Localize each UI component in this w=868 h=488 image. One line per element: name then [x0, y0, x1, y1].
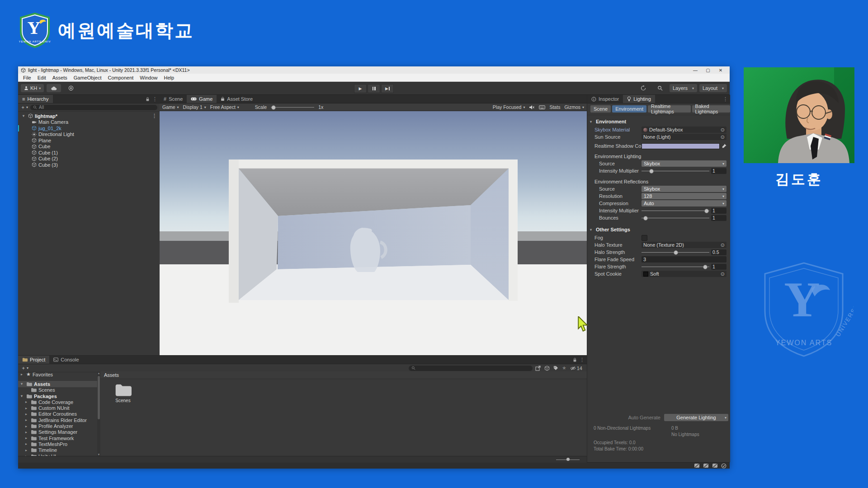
lighting-subtab[interactable]: Realtime Lightmaps	[648, 105, 691, 113]
menu-item[interactable]: File	[20, 75, 34, 80]
kebab-menu-icon[interactable]: ⋮	[723, 96, 728, 102]
no-lightmap-icon[interactable]	[703, 463, 709, 468]
layers-dropdown[interactable]: Layers▾	[670, 84, 697, 92]
scale-slider[interactable]	[271, 105, 314, 109]
slider-knob[interactable]	[271, 105, 276, 110]
account-button[interactable]: KH ▾	[21, 84, 44, 92]
eyedropper-icon[interactable]	[722, 144, 726, 149]
scene-row[interactable]: ▾ lightmap* ⋮	[18, 113, 160, 119]
flare-fade-speed-field[interactable]: 3	[642, 256, 726, 263]
kebab-menu-icon[interactable]: ⋮	[580, 357, 585, 363]
project-tree-scrollbar[interactable]: ▲▼	[97, 371, 100, 456]
tree-item-package[interactable]: ▸ Settings Manager	[18, 429, 97, 435]
kebab-menu-icon[interactable]: ⋮	[152, 113, 160, 119]
tree-item-package[interactable]: ▸ Timeline	[18, 447, 97, 453]
object-picker-icon[interactable]: ⊙	[721, 134, 725, 140]
maximize-button[interactable]: ▢	[702, 68, 714, 73]
kebab-menu-icon[interactable]: ⋮	[152, 96, 157, 102]
tree-item-package[interactable]: ▸ Editor Coroutines	[18, 411, 97, 417]
keyboard-icon[interactable]	[539, 105, 545, 109]
skybox-material-field[interactable]: Default-Skybox⊙	[642, 127, 726, 133]
sun-source-field[interactable]: None (Light)⊙	[642, 134, 726, 140]
tree-item-packages[interactable]: ▾ Packages	[18, 393, 97, 399]
flare-strength-value-field[interactable]: 1	[711, 264, 726, 270]
favorite-star-icon[interactable]: ★	[562, 365, 566, 371]
bounces-slider[interactable]	[642, 215, 709, 221]
intensity-value-field[interactable]: 1	[711, 168, 726, 174]
lighting-subtab[interactable]: Baked Lightmaps	[692, 105, 730, 113]
slider-knob[interactable]	[566, 458, 570, 461]
environment-section-header[interactable]: ▾Environment	[587, 117, 730, 126]
hidden-items-toggle[interactable]: 14	[570, 366, 582, 371]
slider-knob[interactable]	[704, 209, 709, 213]
tab-scene[interactable]: #Scene	[160, 95, 187, 103]
menu-item[interactable]: Assets	[49, 75, 71, 80]
no-lightmap-icon[interactable]	[694, 463, 700, 468]
menu-item[interactable]: Edit	[34, 75, 49, 80]
slider-knob[interactable]	[649, 169, 654, 174]
lock-icon[interactable]	[146, 97, 150, 102]
cloud-button[interactable]	[47, 84, 61, 92]
tab-asset-store[interactable]: Asset Store	[217, 95, 257, 103]
step-button[interactable]: ▶	[381, 84, 394, 93]
pause-button[interactable]	[368, 84, 380, 93]
minimize-button[interactable]: —	[689, 68, 702, 73]
intensity-slider[interactable]	[642, 168, 709, 174]
other-settings-header[interactable]: ▾Other Settings	[587, 225, 730, 234]
hierarchy-item[interactable]: Cube (3)	[18, 162, 160, 168]
tree-item-package[interactable]: ▸ Profile Analyzer	[18, 423, 97, 429]
no-lightmap-icon[interactable]	[712, 463, 718, 468]
halo-strength-value-field[interactable]: 0.5	[711, 249, 726, 255]
package-icon[interactable]	[544, 366, 550, 371]
tab-inspector[interactable]: Inspector	[587, 95, 623, 103]
tab-console[interactable]: Console	[49, 356, 83, 364]
stats-button[interactable]: Stats	[549, 104, 560, 110]
flare-strength-slider[interactable]	[642, 263, 709, 270]
play-button[interactable]: ▶	[354, 84, 367, 93]
display-dropdown[interactable]: Display 1▾	[183, 104, 206, 110]
audio-mute-icon[interactable]	[529, 105, 535, 110]
generate-lighting-button[interactable]: Generate Lighting ▾	[664, 414, 728, 421]
object-picker-icon[interactable]: ⊙	[721, 271, 725, 277]
slider-knob[interactable]	[643, 216, 648, 221]
collab-target-button[interactable]	[64, 84, 78, 92]
tab-project[interactable]: Project	[18, 356, 49, 364]
open-in-window-icon[interactable]	[535, 366, 541, 371]
tree-item-assets[interactable]: ▾ Assets	[18, 381, 97, 387]
project-search-input[interactable]	[409, 366, 533, 371]
object-picker-icon[interactable]: ⊙	[721, 127, 725, 133]
layout-dropdown[interactable]: Layout▾	[699, 84, 727, 92]
resolution-dropdown[interactable]: 128	[642, 193, 726, 199]
shadow-color-swatch[interactable]	[642, 143, 720, 149]
hierarchy-item[interactable]: Cube (2)	[18, 156, 160, 162]
create-asset-button[interactable]: ＋▾	[21, 365, 28, 371]
auto-generate-label[interactable]: Auto Generate	[628, 415, 660, 420]
label-tag-icon[interactable]	[553, 366, 558, 371]
lighting-subtab[interactable]: Scene	[590, 105, 611, 113]
foldout-caret-icon[interactable]: ▾	[23, 114, 26, 118]
intensity-slider[interactable]	[642, 207, 709, 214]
asset-folder-scenes[interactable]: Scenes	[110, 383, 136, 403]
game-viewport[interactable]	[160, 111, 587, 356]
game-camera-dropdown[interactable]: Game▾	[162, 104, 179, 110]
undo-history-button[interactable]	[636, 84, 651, 92]
hierarchy-item[interactable]: Directional Light	[18, 131, 160, 138]
status-check-icon[interactable]	[721, 463, 726, 469]
tree-item-package[interactable]: ▸ Custom NUnit	[18, 405, 97, 411]
toolbar-search-button[interactable]	[653, 84, 667, 92]
aspect-ratio-dropdown[interactable]: Free Aspect▾	[210, 104, 239, 110]
hierarchy-item[interactable]: Cube	[18, 144, 160, 150]
add-gameobject-button[interactable]: ＋▾	[20, 104, 28, 111]
menu-item[interactable]: GameObject	[71, 75, 105, 80]
tree-item-favorites[interactable]: ▸★ Favorites	[18, 371, 97, 377]
compression-dropdown[interactable]: Auto	[642, 200, 726, 206]
hierarchy-item[interactable]: Plane	[18, 137, 160, 144]
tree-item-package[interactable]: ▸ TextMeshPro	[18, 441, 97, 447]
slider-knob[interactable]	[674, 250, 678, 255]
lighting-subtab[interactable]: Environment	[612, 105, 646, 113]
tab-hierarchy[interactable]: ≡ Hierarchy	[18, 95, 53, 103]
tab-lighting[interactable]: Lighting	[623, 95, 655, 103]
object-picker-icon[interactable]: ⊙	[721, 242, 725, 248]
fog-checkbox[interactable]	[642, 235, 647, 241]
hierarchy-item[interactable]: jug_01_2k	[18, 125, 160, 131]
